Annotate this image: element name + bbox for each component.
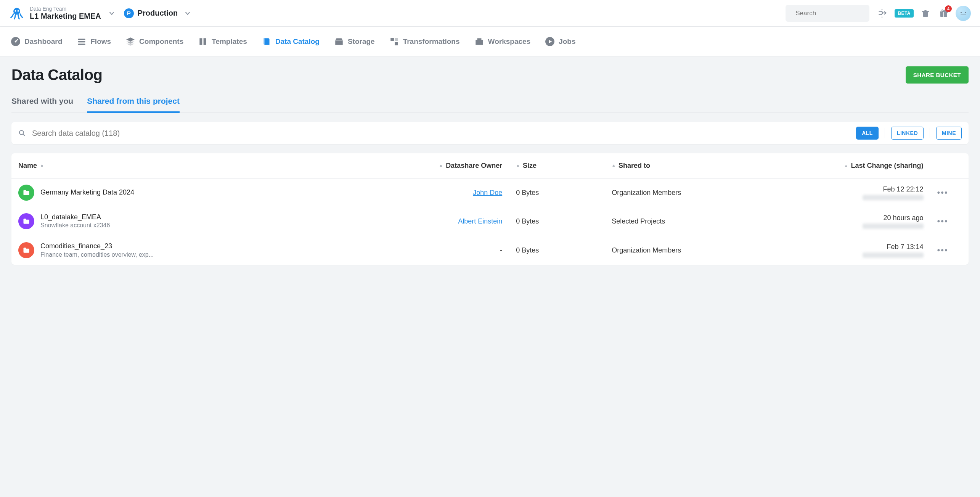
env-chevron[interactable] — [182, 8, 193, 19]
nav-flows[interactable]: Flows — [75, 34, 112, 49]
pill-separator — [885, 128, 885, 138]
filter-pill-mine[interactable]: MINE — [936, 127, 962, 140]
svg-point-12 — [15, 40, 17, 42]
nav-dashboard[interactable]: Dashboard — [9, 34, 64, 49]
row-name: L0_datalake_EMEA — [40, 213, 110, 222]
environment-selector[interactable]: P Production — [124, 8, 193, 19]
storage-icon — [334, 37, 344, 47]
gift-button[interactable]: 4 — [937, 7, 950, 20]
env-badge: P — [124, 8, 134, 18]
top-bar: Data Eng Team L1 Marketing EMEA P Produc… — [0, 0, 980, 27]
svg-rect-14 — [78, 41, 86, 42]
sort-icon — [439, 166, 443, 166]
chevron-down-icon — [109, 10, 115, 16]
row-name: Germany Marketing Data 2024 — [40, 188, 134, 197]
row-actions-menu[interactable]: ••• — [937, 216, 948, 226]
nav-label: Templates — [212, 37, 247, 46]
svg-rect-15 — [78, 43, 86, 45]
nav-jobs[interactable]: Jobs — [543, 34, 577, 49]
svg-point-10 — [965, 11, 966, 13]
table-row[interactable]: Germany Marketing Data 2024John Doe0 Byt… — [11, 179, 969, 207]
svg-rect-8 — [943, 11, 944, 17]
nav-data-catalog[interactable]: Data Catalog — [260, 34, 321, 49]
filter-pill-linked[interactable]: LINKED — [891, 127, 924, 140]
svg-point-2 — [18, 10, 19, 11]
shared-to-value: Selected Projects — [612, 217, 665, 225]
svg-rect-5 — [922, 11, 929, 12]
flows-icon — [77, 37, 87, 47]
sort-icon — [844, 166, 848, 166]
beta-badge: BETA — [895, 9, 914, 18]
last-change-value: Feb 7 13:14 — [887, 243, 924, 251]
nav-label: Data Catalog — [275, 37, 320, 46]
svg-rect-18 — [336, 39, 341, 39]
project-chevron[interactable] — [106, 8, 117, 19]
svg-rect-17 — [335, 40, 343, 41]
nav-components[interactable]: Components — [124, 34, 185, 49]
project-name: L1 Marketing EMEA — [30, 12, 101, 21]
row-subtitle: Snowflake account x2346 — [40, 222, 110, 230]
owner-link[interactable]: John Doe — [473, 189, 502, 196]
owner-value: - — [500, 246, 502, 254]
jobs-icon — [545, 37, 555, 47]
redacted-email — [863, 195, 924, 200]
nav-storage[interactable]: Storage — [333, 34, 376, 49]
row-actions-menu[interactable]: ••• — [937, 188, 948, 197]
row-subtitle: Finance team, comodities overview, exp..… — [40, 251, 154, 259]
sort-icon — [40, 166, 44, 166]
workspaces-icon — [474, 37, 484, 47]
share-bucket-button[interactable]: SHARE BUCKET — [906, 66, 969, 84]
filter-pill-all[interactable]: ALL — [856, 127, 879, 140]
nav-label: Storage — [348, 37, 375, 46]
col-size-label: Size — [523, 162, 537, 170]
table-row[interactable]: L0_datalake_EMEASnowflake account x2346A… — [11, 207, 969, 236]
catalog-table-card: Name Datashare Owner Size — [11, 153, 969, 265]
sort-icon — [516, 166, 520, 166]
catalog-search-input[interactable] — [32, 129, 850, 138]
pill-separator — [930, 128, 930, 138]
table-row[interactable]: Comodities_finance_23Finance team, comod… — [11, 236, 969, 265]
folder-icon — [18, 213, 34, 229]
col-shared-to[interactable]: Shared to — [605, 153, 758, 179]
page-body: Data Catalog SHARE BUCKET Shared with yo… — [0, 56, 980, 497]
owner-link[interactable]: Albert Einstein — [458, 217, 502, 225]
nav-workspaces[interactable]: Workspaces — [473, 34, 532, 49]
user-avatar[interactable] — [956, 6, 971, 21]
global-search[interactable]: / — [786, 5, 869, 22]
tab-shared-from-project[interactable]: Shared from this project — [87, 93, 180, 113]
trash-button[interactable] — [919, 7, 932, 20]
page-title: Data Catalog — [11, 66, 103, 84]
dashboard-icon — [11, 37, 21, 47]
folder-icon — [18, 185, 34, 201]
shared-to-value: Organization Members — [612, 246, 681, 254]
shared-to-value: Organization Members — [612, 189, 681, 196]
search-icon — [18, 129, 26, 137]
page-header: Data Catalog SHARE BUCKET — [11, 66, 969, 84]
col-last-label: Last Change (sharing) — [851, 162, 924, 170]
global-search-input[interactable] — [795, 10, 876, 17]
nav-label: Components — [139, 37, 183, 46]
svg-point-1 — [14, 10, 16, 11]
project-selector[interactable]: Data Eng Team L1 Marketing EMEA — [30, 6, 101, 21]
transformations-icon — [389, 37, 399, 47]
pipeline-icon-button[interactable] — [876, 7, 889, 20]
col-shared-label: Shared to — [619, 162, 650, 170]
nav-templates[interactable]: Templates — [196, 34, 249, 49]
sort-icon — [612, 166, 615, 166]
tab-shared-with-you[interactable]: Shared with you — [11, 93, 73, 113]
row-actions-menu[interactable]: ••• — [937, 245, 948, 255]
col-owner[interactable]: Datashare Owner — [375, 153, 509, 179]
redacted-email — [863, 253, 924, 258]
col-name[interactable]: Name — [11, 153, 375, 179]
main-nav: Dashboard Flows Components Templates Dat… — [0, 27, 980, 56]
row-name: Comodities_finance_23 — [40, 242, 154, 251]
col-last-change[interactable]: Last Change (sharing) — [758, 153, 930, 179]
nav-label: Transformations — [403, 37, 460, 46]
notification-count: 4 — [945, 5, 952, 12]
nav-label: Workspaces — [488, 37, 531, 46]
col-size[interactable]: Size — [509, 153, 605, 179]
catalog-table: Name Datashare Owner Size — [11, 153, 969, 265]
team-name: Data Eng Team — [30, 6, 101, 12]
svg-rect-16 — [263, 38, 265, 45]
nav-transformations[interactable]: Transformations — [388, 34, 461, 49]
